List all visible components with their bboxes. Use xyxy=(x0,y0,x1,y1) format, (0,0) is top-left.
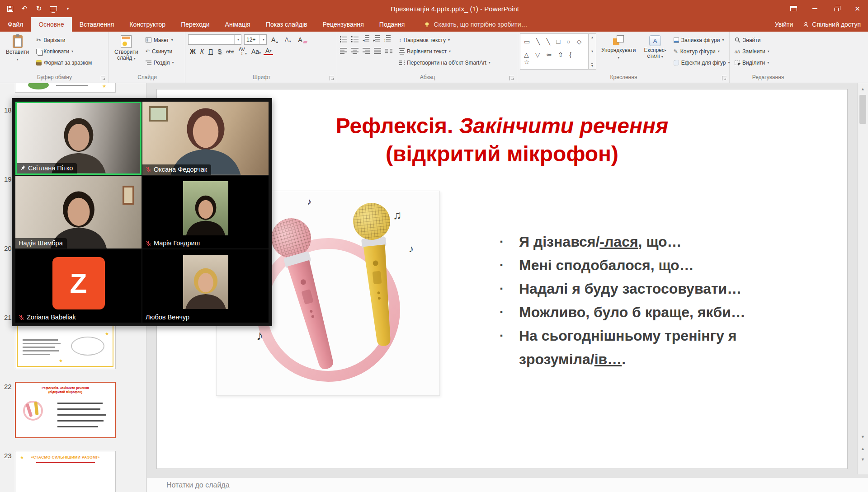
shape-outline-button[interactable]: ✎Контур фігури▾ xyxy=(671,46,732,57)
save-button[interactable] xyxy=(6,4,14,13)
undo-button[interactable]: ↶ xyxy=(21,4,28,13)
scroll-up-button[interactable]: ▲ xyxy=(858,84,868,94)
video-conference-overlay[interactable]: Світлана Пітко Оксана Федорчак xyxy=(12,98,272,326)
start-slideshow-button[interactable] xyxy=(50,4,57,13)
text-shadow-button[interactable]: S xyxy=(216,48,223,55)
thumbnail-slide-22-selected[interactable]: 22 Рефлексія. Закінчити речення (відкрит… xyxy=(15,382,116,438)
select-button[interactable]: Виділити▾ xyxy=(732,57,772,68)
picture-frame xyxy=(123,186,134,205)
tab-insert[interactable]: Вставлення xyxy=(72,17,122,32)
thumbnail-slide-23[interactable]: 23 ★ «СТАЄМО СИЛЬНІШИМИ РАЗОМ!» xyxy=(15,451,116,492)
notes-pane[interactable]: Нотатки до слайда xyxy=(147,477,868,492)
tab-slideshow[interactable]: Показ слайдів xyxy=(258,17,315,32)
redo-button[interactable]: ↻ xyxy=(35,4,42,13)
video-tile-oksana[interactable]: Оксана Федорчак xyxy=(142,102,269,175)
editing-group: Знайти abЗамінити▾ Виділити▾ Редагування xyxy=(730,32,806,83)
vertical-scrollbar[interactable]: ▲ ▼ ▲ ▼ xyxy=(857,83,868,474)
copy-button[interactable]: Копіювати▾ xyxy=(34,46,94,57)
minimize-button[interactable] xyxy=(804,0,826,17)
replace-button[interactable]: abЗамінити▾ xyxy=(732,46,772,57)
text-direction-button[interactable]: ↕Напрямок тексту▾ xyxy=(397,34,493,46)
format-painter-button[interactable]: Формат за зразком xyxy=(34,57,94,68)
shape-effects-button[interactable]: Ефекти для фігур▾ xyxy=(671,57,732,68)
strikethrough-button[interactable]: abc xyxy=(224,49,236,54)
font-dialog-launcher[interactable] xyxy=(330,76,334,80)
tab-view[interactable]: Подання xyxy=(372,17,413,32)
video-tile-mariia[interactable]: Марія Говдриш xyxy=(142,176,269,249)
cut-button[interactable]: ✂Вирізати xyxy=(34,34,94,46)
increase-font-button[interactable]: А▲ xyxy=(269,36,280,43)
align-text-button[interactable]: Вирівняти текст▾ xyxy=(397,46,493,57)
previous-slide-button[interactable]: ▲ xyxy=(858,444,868,454)
arrange-button[interactable]: Упорядкувати ▾ xyxy=(598,33,639,62)
tab-design[interactable]: Конструктор xyxy=(122,17,173,32)
decrease-font-button[interactable]: А▼ xyxy=(283,37,293,43)
ribbon-display-icon xyxy=(790,6,797,11)
font-color-button[interactable]: А▾ xyxy=(264,48,273,55)
share-button[interactable]: Спільний доступ xyxy=(803,21,861,28)
thumbnail-slide-17[interactable]: ★ xyxy=(15,83,116,93)
align-right-button[interactable] xyxy=(363,48,370,54)
find-button[interactable]: Знайти xyxy=(732,34,772,46)
quick-styles-button[interactable]: А Експрес-стилі ▾ xyxy=(641,33,670,61)
tab-review[interactable]: Рецензування xyxy=(315,17,372,32)
scrollbar-thumb[interactable] xyxy=(859,95,866,124)
paragraph-dialog-launcher[interactable] xyxy=(509,76,514,80)
align-left-button[interactable] xyxy=(340,48,347,54)
underline-button[interactable]: П xyxy=(207,48,215,55)
tab-home[interactable]: Основне xyxy=(31,17,71,32)
convert-smartart-button[interactable]: Перетворити на об'єкт SmartArt▾ xyxy=(397,57,493,68)
video-tile-svitlana[interactable]: Світлана Пітко xyxy=(15,102,142,175)
clipboard-dialog-launcher[interactable] xyxy=(101,76,105,80)
muted-mic-icon xyxy=(19,314,24,320)
change-case-button[interactable]: Aa▾ xyxy=(250,48,263,55)
video-tile-zoriana[interactable]: Z Zoriana Babeliak xyxy=(15,249,142,323)
tab-transitions[interactable]: Переходи xyxy=(173,17,217,32)
next-slide-button[interactable]: ▼ xyxy=(858,455,868,464)
columns-button[interactable] xyxy=(385,49,392,53)
section-button[interactable]: Розділ▾ xyxy=(143,57,176,68)
pin-icon xyxy=(20,165,26,171)
bullets-button[interactable] xyxy=(340,36,347,42)
drawing-dialog-launcher[interactable] xyxy=(722,76,726,80)
svg-text:♪: ♪ xyxy=(307,197,311,206)
monitor-icon xyxy=(50,6,57,11)
new-slide-button[interactable]: Створитислайд ▾ xyxy=(111,33,142,63)
align-center-button[interactable] xyxy=(351,48,359,54)
increase-indent-button[interactable]: ▸ xyxy=(373,35,380,43)
justify-button[interactable] xyxy=(374,48,381,54)
bold-button[interactable]: Ж xyxy=(188,48,198,55)
close-button[interactable]: × xyxy=(847,0,868,17)
character-spacing-button[interactable]: AV↕▾ xyxy=(237,47,249,56)
video-tile-nadiia[interactable]: Надія Шимбра xyxy=(15,176,142,249)
italic-button[interactable]: К xyxy=(198,48,206,55)
font-size-combo[interactable]: 12+▾ xyxy=(244,34,267,45)
sign-in-button[interactable]: Увійти xyxy=(775,21,793,28)
numbering-button[interactable] xyxy=(351,36,359,42)
slide-bullet-list[interactable]: ▪Я дізнався/-лася, що… ▪Мені сподобалося… xyxy=(500,230,745,371)
shapes-gallery-scroll[interactable]: ▴ ▾ ▾ xyxy=(589,33,596,70)
font-name-combo[interactable]: ▾ xyxy=(188,34,241,45)
clear-formatting-button[interactable]: А xyxy=(296,36,308,43)
tab-file[interactable]: Файл xyxy=(0,17,31,32)
paste-button[interactable]: Вставити ▾ xyxy=(3,33,32,64)
reset-button[interactable]: ↶Скинути xyxy=(143,46,176,57)
minimize-icon xyxy=(812,8,817,9)
video-tile-liubov[interactable]: Любов Венчур xyxy=(142,249,269,323)
layout-button[interactable]: Макет▾ xyxy=(143,34,176,46)
cut-icon: ✂ xyxy=(36,37,41,43)
tab-animations[interactable]: Анімація xyxy=(217,17,258,32)
tell-me-box[interactable]: Скажіть, що потрібно зробити… xyxy=(424,17,527,32)
qat-customize-button[interactable]: ▾ xyxy=(64,4,71,13)
scroll-down-button[interactable]: ▼ xyxy=(858,432,868,442)
arrange-icon xyxy=(613,35,624,46)
shape-fill-button[interactable]: Заливка фігури▾ xyxy=(671,34,732,46)
decrease-indent-button[interactable]: ◂ xyxy=(363,35,369,43)
green-shape xyxy=(28,83,49,89)
shapes-gallery[interactable]: ▭ ╲ ╲ □ ○ ◇ △ ▽ ⇦ ⇧ { ☆ ▴ ▾ ▾ xyxy=(520,33,596,70)
line-spacing-button[interactable]: ↕ xyxy=(384,35,391,43)
drawing-group-label: Креслення xyxy=(610,74,637,80)
bullet-item: ▪Я дізнався/-лася, що… xyxy=(500,230,745,253)
restore-button[interactable] xyxy=(826,0,847,17)
ribbon-display-options-button[interactable] xyxy=(783,0,804,17)
